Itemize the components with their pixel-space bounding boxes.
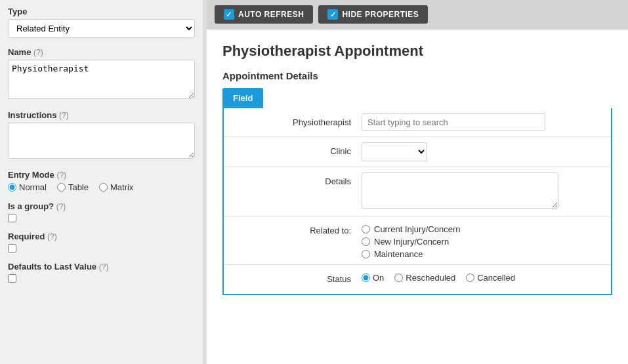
related-to-options: Current Injury/Concern New Injury/Concer… xyxy=(362,222,604,259)
content-area: Physiotherapist Appointment Appointment … xyxy=(207,30,628,308)
is-group-field: Is a group? (?) xyxy=(8,201,195,222)
required-label: Required (?) xyxy=(8,232,195,241)
status-cancelled[interactable]: Cancelled xyxy=(466,273,515,283)
is-group-label: Is a group? (?) xyxy=(8,201,195,211)
required-field: Required (?) xyxy=(8,232,195,253)
entry-mode-label: Entry Mode (?) xyxy=(8,170,195,180)
defaults-checkbox[interactable] xyxy=(8,274,16,283)
entry-mode-table[interactable]: Table xyxy=(57,182,89,192)
tab-field[interactable]: Field xyxy=(222,88,263,108)
entry-mode-table-radio[interactable] xyxy=(57,183,66,192)
related-to-row: Related to: Current Injury/Concern New I… xyxy=(224,216,611,265)
left-panel: Type Related Entity Name (?) Physiothera… xyxy=(0,0,203,364)
clinic-row: Clinic xyxy=(224,137,611,167)
instructions-field-group: Instructions (?) xyxy=(8,110,195,161)
status-options: On Rescheduled Cancelled xyxy=(362,270,604,283)
entry-mode-group: Entry Mode (?) Normal Table Matrix xyxy=(8,170,195,192)
defaults-hint: (?) xyxy=(99,262,109,272)
physiotherapist-input-wrapper xyxy=(362,113,604,131)
related-to-field-label: Related to: xyxy=(230,222,362,235)
status-rescheduled-radio[interactable] xyxy=(394,273,403,282)
entry-mode-normal-radio[interactable] xyxy=(8,183,16,192)
required-checkbox[interactable] xyxy=(8,244,16,253)
required-hint: (?) xyxy=(47,232,57,241)
name-hint: (?) xyxy=(33,48,43,57)
details-row: Details xyxy=(224,167,611,216)
status-cancelled-radio[interactable] xyxy=(466,273,474,282)
defaults-label: Defaults to Last Value (?) xyxy=(8,262,195,272)
status-row: Status On Rescheduled xyxy=(224,265,611,294)
status-field-label: Status xyxy=(230,270,362,284)
auto-refresh-button[interactable]: ✓ AUTO REFRESH xyxy=(215,5,313,24)
type-field-group: Type Related Entity xyxy=(8,7,195,38)
status-rescheduled[interactable]: Rescheduled xyxy=(394,273,455,283)
name-label: Name (?) xyxy=(8,47,195,57)
clinic-input-wrapper xyxy=(362,142,604,161)
is-group-checkbox[interactable] xyxy=(8,214,16,222)
right-panel: ✓ AUTO REFRESH ✓ HIDE PROPERTIES Physiot… xyxy=(207,0,628,364)
name-field-group: Name (?) Physiotherapist xyxy=(8,47,195,101)
instructions-hint: (?) xyxy=(59,111,69,120)
related-current-radio[interactable] xyxy=(362,225,370,233)
details-textarea[interactable] xyxy=(362,172,558,209)
toolbar: ✓ AUTO REFRESH ✓ HIDE PROPERTIES xyxy=(207,0,628,30)
entry-mode-normal[interactable]: Normal xyxy=(8,182,47,192)
defaults-field: Defaults to Last Value (?) xyxy=(8,262,195,283)
details-field-label: Details xyxy=(230,172,362,186)
entry-mode-hint: (?) xyxy=(56,171,66,180)
entry-mode-matrix-radio[interactable] xyxy=(99,183,108,192)
name-textarea[interactable]: Physiotherapist xyxy=(8,60,195,99)
physiotherapist-field-label: Physiotherapist xyxy=(230,113,362,127)
status-input-wrapper: On Rescheduled Cancelled xyxy=(362,270,604,283)
related-current-injury[interactable]: Current Injury/Concern xyxy=(362,224,604,234)
entry-mode-options: Normal Table Matrix xyxy=(8,182,195,192)
type-select[interactable]: Related Entity xyxy=(8,19,195,38)
clinic-select[interactable] xyxy=(362,142,427,161)
related-new-radio[interactable] xyxy=(362,237,370,246)
defaults-checkbox-label[interactable] xyxy=(8,274,195,283)
is-group-hint: (?) xyxy=(56,202,66,211)
related-maintenance[interactable]: Maintenance xyxy=(362,249,604,259)
clinic-field-label: Clinic xyxy=(230,142,362,156)
form-table: Physiotherapist Clinic xyxy=(222,108,612,295)
status-on-radio[interactable] xyxy=(362,273,370,282)
instructions-textarea[interactable] xyxy=(8,123,195,159)
hide-properties-button[interactable]: ✓ HIDE PROPERTIES xyxy=(318,5,428,24)
tabs: Field xyxy=(222,88,612,108)
is-group-checkbox-label[interactable] xyxy=(8,214,195,222)
related-new-injury[interactable]: New Injury/Concern xyxy=(362,237,604,247)
related-to-input-wrapper: Current Injury/Concern New Injury/Concer… xyxy=(362,222,604,259)
status-on[interactable]: On xyxy=(362,273,384,283)
type-label: Type xyxy=(8,7,195,16)
related-maintenance-radio[interactable] xyxy=(362,250,370,258)
auto-refresh-check-icon: ✓ xyxy=(224,9,234,20)
hide-properties-label: HIDE PROPERTIES xyxy=(342,10,419,19)
details-input-wrapper xyxy=(362,172,604,211)
page-title: Physiotherapist Appointment xyxy=(222,43,612,60)
required-checkbox-label[interactable] xyxy=(8,244,195,253)
auto-refresh-label: AUTO REFRESH xyxy=(238,10,304,19)
section-title: Appointment Details xyxy=(222,70,612,81)
instructions-label: Instructions (?) xyxy=(8,110,195,120)
hide-properties-check-icon: ✓ xyxy=(327,9,338,20)
entry-mode-matrix[interactable]: Matrix xyxy=(99,182,133,192)
physiotherapist-row: Physiotherapist xyxy=(224,108,611,137)
physiotherapist-search-input[interactable] xyxy=(362,113,545,131)
